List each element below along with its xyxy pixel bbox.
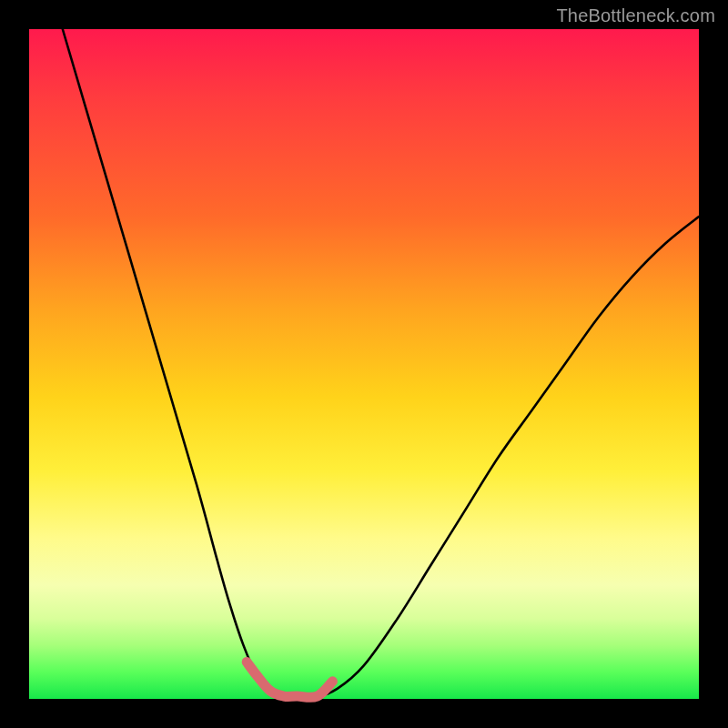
valley-highlight [247,662,332,698]
bottleneck-curve [63,29,699,697]
plot-area [29,29,699,699]
watermark-text: TheBottleneck.com [556,5,715,26]
curve-svg [29,29,699,699]
chart-frame: TheBottleneck.com [0,0,728,728]
